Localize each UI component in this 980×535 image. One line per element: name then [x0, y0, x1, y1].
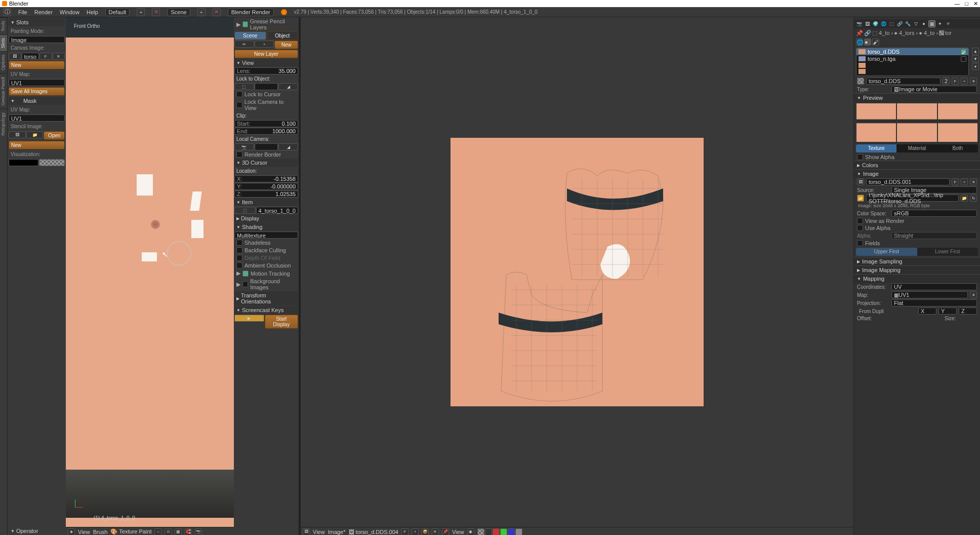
slots-header[interactable]: ▼Slots [9, 18, 65, 26]
texture-slot-empty[interactable] [856, 68, 968, 74]
tex-specials-icon[interactable]: ▾ [972, 63, 979, 70]
colors-header[interactable]: ▶Colors [854, 161, 980, 169]
texture-context-tabs[interactable]: 🌐 ● 🖌 [854, 37, 980, 47]
cursor-x-field[interactable]: X:-0.15358 [234, 175, 298, 182]
canvas-image-field[interactable]: torso [22, 53, 39, 60]
pill-both[interactable]: Both [937, 144, 978, 152]
tab-particle-icon[interactable]: ✦ [936, 20, 944, 27]
menu-file[interactable]: File [18, 9, 27, 15]
cam-icon[interactable]: 📷 [234, 143, 254, 150]
editor-type-uv-icon[interactable]: 🖼 [303, 528, 310, 536]
stencil-browse-icon[interactable]: 📁 [26, 131, 44, 138]
menu-window[interactable]: Window [60, 9, 79, 15]
tex-material-icon[interactable]: ● [864, 39, 871, 46]
preview-header[interactable]: ▼Preview [854, 93, 980, 102]
tab-material-icon[interactable]: ● [920, 20, 927, 27]
texture-name-field[interactable]: torso_d.DDS [866, 78, 941, 85]
screencast-section-header[interactable]: ▼Screencast Keys [234, 306, 298, 314]
canvas-f-button[interactable]: F [39, 53, 52, 60]
projection-select[interactable]: Flat [891, 299, 977, 307]
start-display-button[interactable]: Start Display [265, 315, 299, 329]
img-f-button[interactable]: F [952, 178, 959, 185]
render-border-checkbox[interactable] [236, 151, 242, 158]
uv-view-menu[interactable]: View [313, 529, 325, 535]
tab-retopology[interactable]: Retopology [0, 109, 7, 139]
viewport-brush-menu[interactable]: Brush [93, 529, 108, 535]
close-icon[interactable]: ✕ [973, 1, 978, 7]
tex-move-down-icon[interactable]: ▼ [972, 55, 979, 62]
filepath-reload-icon[interactable]: ↻ [970, 195, 977, 202]
tex-brush-icon[interactable]: 🖌 [872, 39, 879, 46]
gp-type-icon[interactable]: ✏ [234, 41, 254, 48]
canvas-unlink-button[interactable]: ✕ [53, 53, 65, 60]
img-unlink-button[interactable]: ✕ [970, 178, 977, 185]
visualization-alpha-icon[interactable] [39, 159, 65, 166]
texture-enable-checkbox[interactable] [961, 56, 966, 62]
lock-cursor-checkbox[interactable] [236, 91, 242, 97]
scene-add-button[interactable]: + [197, 8, 206, 16]
maximize-icon[interactable]: □ [965, 1, 968, 7]
scene-button[interactable]: Scene [234, 31, 266, 40]
uv-checker-icon[interactable] [477, 528, 484, 536]
viewport-mode-dropdown[interactable]: 🎨 Texture Paint [110, 528, 151, 535]
viewport-view-menu[interactable]: View [78, 529, 90, 535]
preview-mode-pills[interactable]: Texture Material Both [856, 144, 978, 152]
shadeless-checkbox[interactable] [236, 240, 242, 246]
snap-icon[interactable]: 🧲 [185, 528, 192, 536]
transform-section-header[interactable]: ▶Transform Orientations [234, 291, 298, 305]
image-filepath-field[interactable]: I:\junky\XNALara_XPS\d...\trip SOTTR\tor… [866, 195, 959, 202]
uv-unlink-button[interactable]: ✕ [432, 528, 439, 536]
tex-users-badge[interactable]: 2 [943, 78, 950, 85]
gp-enable-checkbox[interactable] [242, 21, 248, 27]
editor-type-icon[interactable]: ⓘ [3, 8, 11, 16]
tab-data-icon[interactable]: ▽ [912, 20, 919, 27]
texture-type-select[interactable]: 🖼 Image or Movie [891, 86, 977, 93]
uv-image-menu[interactable]: Image* [328, 529, 346, 535]
render-engine-dropdown[interactable]: Blender Render [228, 8, 274, 16]
uv-blue-icon[interactable] [508, 528, 515, 536]
tab-slots[interactable]: Slots [0, 34, 7, 51]
axis-z-select[interactable]: Z [959, 308, 977, 315]
coordinates-select[interactable]: UV [891, 283, 977, 290]
layout-add-button[interactable]: + [137, 8, 145, 16]
tab-scene-icon[interactable]: 🌍 [872, 20, 879, 27]
operator-header[interactable]: ▼Operator [9, 527, 65, 535]
pill-texture[interactable]: Texture [856, 144, 896, 152]
texture-slot-list[interactable]: torso_d.DDS✓ torso_n.tga [856, 48, 969, 76]
uv-pack-button[interactable]: 📦 [422, 528, 429, 536]
image-header[interactable]: ▼Image [854, 169, 980, 178]
axis-x-select[interactable]: X [918, 308, 936, 315]
save-all-images-button[interactable]: Save All Images [9, 87, 65, 96]
img-add-button[interactable]: + [961, 178, 968, 185]
cursor-z-field[interactable]: Z:1.02535 [234, 190, 298, 198]
uv-color-channels[interactable] [477, 528, 522, 536]
uv-image-dropdown[interactable]: 🖼 torso_d.DDS.004 [349, 529, 398, 535]
cursor-section-header[interactable]: ▼3D Cursor [234, 159, 298, 167]
new-canvas-button[interactable]: New [9, 61, 65, 69]
layers-icon[interactable]: ▦ [175, 528, 182, 536]
gp-add-button[interactable]: + [255, 41, 274, 48]
uv-view-dropdown[interactable]: View [452, 529, 464, 535]
painting-mode-select[interactable]: Image [9, 36, 65, 43]
tab-render-icon[interactable]: 📷 [855, 20, 863, 27]
display-section-header[interactable]: ▶Display [234, 214, 298, 222]
lock-camera-checkbox[interactable] [236, 102, 242, 108]
texture-slot-item[interactable]: torso_n.tga [856, 55, 968, 62]
tex-world-icon[interactable]: 🌐 [856, 39, 863, 46]
tab-physics-icon[interactable]: ⚛ [945, 20, 952, 27]
local-cam-field[interactable] [255, 143, 278, 150]
texture-slot-empty[interactable] [856, 62, 968, 68]
clip-end-field[interactable]: End:1000.000 [234, 128, 298, 135]
uv-alpha-icon[interactable] [515, 528, 522, 536]
filepath-browse-icon[interactable]: 📁 [961, 195, 968, 202]
tab-modifier-icon[interactable]: 🔧 [904, 20, 911, 27]
mapping-header[interactable]: ▼Mapping [854, 274, 980, 283]
visualization-color[interactable] [9, 159, 38, 166]
shading-mode-select[interactable]: Multitexture [234, 232, 298, 239]
play-icon[interactable]: ▶ [234, 315, 264, 322]
uv-add-button[interactable]: + [412, 528, 419, 536]
uv-pin-icon[interactable]: 📌 [442, 528, 449, 536]
lock-object-field[interactable] [255, 83, 278, 90]
use-alpha-checkbox[interactable] [857, 225, 863, 231]
ao-checkbox[interactable] [236, 262, 242, 269]
